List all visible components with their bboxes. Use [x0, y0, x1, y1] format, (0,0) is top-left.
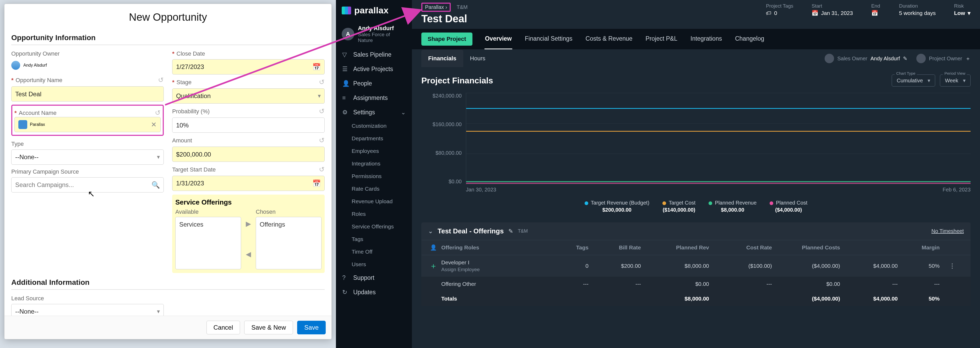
breadcrumb-account[interactable]: Parallax ›	[422, 3, 451, 12]
sidebar-item-pipeline[interactable]: ▽Sales Pipeline	[336, 48, 412, 62]
meta-risk-label: Risk	[954, 3, 970, 9]
sidebar-sub-revenue-upload[interactable]: Revenue Upload	[336, 195, 412, 208]
clear-icon[interactable]: ✕	[151, 121, 157, 129]
opp-name-input[interactable]: Test Deal	[11, 86, 164, 102]
sidebar-sub-customization[interactable]: Customization	[336, 120, 412, 132]
sidebar-user[interactable]: A Andy Alsdurf Sales Force of Nature	[336, 21, 412, 48]
avatar	[916, 54, 926, 63]
modal-footer: Cancel Save & New Save	[5, 316, 331, 339]
project-owner: Project Owner ＋	[916, 54, 970, 63]
meta-tags-label: Project Tags	[766, 3, 793, 9]
tab-project-p-l[interactable]: Project P&L	[645, 29, 678, 49]
campaign-search[interactable]: 🔍	[11, 177, 164, 193]
sidebar-sub-time-off[interactable]: Time Off	[336, 246, 412, 258]
tab-costs-revenue[interactable]: Costs & Revenue	[585, 29, 633, 49]
undo-icon[interactable]: ↺	[319, 107, 325, 115]
offerings-panel: ⌄ Test Deal - Offerings ✎ T&M No Timeshe…	[422, 222, 970, 306]
sidebar-item-projects[interactable]: ☰Active Projects	[336, 62, 412, 76]
gear-icon: ⚙	[342, 109, 349, 116]
stage-label: Stage ↺	[172, 77, 325, 86]
tab-integrations[interactable]: Integrations	[690, 29, 722, 49]
campaign-input[interactable]	[15, 181, 151, 188]
shape-project-button[interactable]: Shape Project	[422, 32, 473, 46]
legend-item: Target Cost($140,000.00)	[662, 200, 695, 213]
calendar-icon[interactable]: 📅	[312, 63, 321, 71]
chart-type-dropdown[interactable]: Chart Type Cumulative▾	[892, 75, 935, 86]
service-offerings-block: Service Offerings Available Services ▶ ◀	[172, 195, 325, 273]
subtab-hours[interactable]: Hours	[463, 50, 492, 67]
edit-icon[interactable]: ✎	[903, 55, 907, 62]
owner-name: Andy Alsdurf	[23, 63, 47, 68]
cancel-button[interactable]: Cancel	[207, 321, 240, 334]
lead-source-select[interactable]: --None--▾	[11, 304, 164, 316]
chosen-list[interactable]: Offerings	[256, 217, 321, 269]
chart-x-axis: Jan 30, 2023Feb 6, 2023	[466, 185, 970, 195]
sidebar-item-people[interactable]: 👤People	[336, 76, 412, 91]
sidebar-sub-employees[interactable]: Employees	[336, 145, 412, 157]
chevron-down-icon[interactable]: ▾	[968, 10, 970, 16]
chevron-down-icon: ▾	[963, 77, 966, 84]
brand-logo[interactable]: parallax	[336, 2, 412, 21]
sidebar-sub-departments[interactable]: Departments	[336, 132, 412, 145]
move-right-icon[interactable]: ▶	[246, 220, 251, 228]
edit-icon[interactable]: ✎	[508, 228, 513, 235]
no-timesheet-link[interactable]: No Timesheet	[932, 228, 964, 234]
modal-body[interactable]: Opportunity Information Opportunity Owne…	[5, 28, 331, 316]
tab-financial-settings[interactable]: Financial Settings	[524, 29, 573, 49]
undo-icon[interactable]: ↺	[158, 76, 164, 84]
sidebar-sub-users[interactable]: Users	[336, 258, 412, 271]
chevron-down-icon: ▾	[318, 93, 321, 99]
add-role-icon[interactable]: ＋	[426, 261, 441, 271]
project-header: Parallax › T&M Test Deal Project Tags🏷0 …	[412, 0, 980, 29]
row-menu-icon[interactable]: ⋮	[944, 262, 960, 270]
subtab-financials[interactable]: Financials	[422, 50, 463, 67]
undo-icon[interactable]: ↺	[319, 136, 325, 145]
undo-icon[interactable]: ↺	[319, 166, 325, 174]
save-button[interactable]: Save	[297, 321, 326, 334]
search-icon[interactable]: 🔍	[151, 181, 160, 189]
undo-icon[interactable]: ↺	[155, 109, 161, 117]
sidebar-sub-roles[interactable]: Roles	[336, 208, 412, 220]
save-new-button[interactable]: Save & New	[244, 321, 293, 334]
section-additional-info: Additional Information	[11, 273, 325, 290]
move-left-icon[interactable]: ◀	[246, 250, 251, 258]
sidebar-sub-service-offerings[interactable]: Service Offerings	[336, 220, 412, 233]
tab-changelog[interactable]: Changelog	[735, 29, 765, 49]
prob-label: Probability (%) ↺	[172, 106, 325, 115]
calendar-icon: 📅	[871, 10, 878, 16]
sidebar-item-settings[interactable]: ⚙Settings⌄	[336, 105, 412, 120]
table-row: ＋Developer IAssign Employee0$200.00$8,00…	[422, 255, 970, 277]
calendar-icon[interactable]: 📅	[312, 179, 321, 187]
type-select[interactable]: --None--▾	[11, 150, 164, 165]
available-list[interactable]: Services	[175, 217, 241, 269]
undo-icon[interactable]: ↺	[319, 78, 325, 86]
prob-input[interactable]: 10%	[172, 118, 325, 133]
sidebar-sub-integrations[interactable]: Integrations	[336, 157, 412, 170]
add-icon[interactable]: ＋	[965, 55, 970, 62]
tab-overview[interactable]: Overview	[485, 29, 512, 49]
amount-label: Amount ↺	[172, 135, 325, 145]
avatar: A	[342, 28, 354, 40]
sidebar-sub-permissions[interactable]: Permissions	[336, 170, 412, 182]
assign-employee-link[interactable]: Assign Employee	[441, 267, 541, 273]
account-lookup[interactable]: Parallax ✕	[14, 117, 161, 132]
calendar-icon: 📅	[811, 10, 818, 16]
amount-input[interactable]: $200,000.00	[172, 147, 325, 162]
sidebar-sub-tags[interactable]: Tags	[336, 233, 412, 246]
table-header: 👤 Offering Roles Tags Bill Rate Planned …	[422, 240, 970, 255]
table-row: Offering Other------$0.00---$0.00------	[422, 277, 970, 291]
project-tabs: Shape Project OverviewFinancial Settings…	[412, 29, 980, 49]
sub-tabs-bar: Financials Hours Sales Owner Andy Alsdur…	[412, 49, 980, 68]
period-view-dropdown[interactable]: Period View Week▾	[940, 75, 970, 86]
sidebar-item-updates[interactable]: ↻Updates	[336, 285, 412, 300]
series-line	[466, 181, 970, 182]
stage-select[interactable]: Qualification▾	[172, 88, 325, 104]
chevron-down-icon[interactable]: ⌄	[428, 228, 433, 235]
target-date-input[interactable]: 1/31/2023📅	[172, 176, 325, 191]
sidebar-item-support[interactable]: ?Support	[336, 271, 412, 285]
sidebar-item-assignments[interactable]: ≡Assignments	[336, 91, 412, 105]
sidebar-sub-rate-cards[interactable]: Rate Cards	[336, 182, 412, 195]
close-date-label: Close Date	[172, 49, 325, 57]
close-date-input[interactable]: 1/27/2023📅	[172, 59, 325, 75]
owner-label: Opportunity Owner	[11, 49, 164, 57]
